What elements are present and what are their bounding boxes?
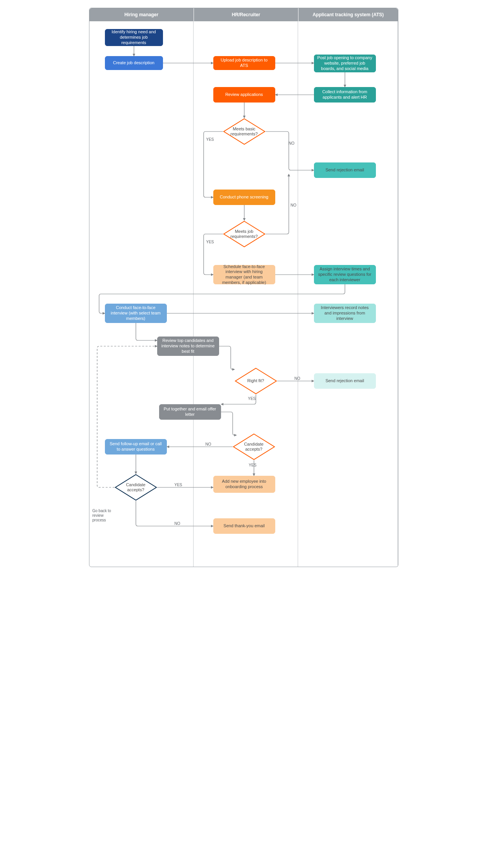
node-collect-info: Collect information from applicants and …: [314, 87, 376, 103]
decision-basic-req-label: Meets basic requirements?: [223, 126, 266, 137]
label-yes: YES: [206, 137, 214, 142]
label-yes-2: YES: [206, 240, 214, 244]
node-rejection-2: Send rejection email: [314, 373, 376, 389]
decision-right-fit: Right fit?: [235, 367, 277, 395]
decision-basic-req: Meets basic requirements?: [223, 118, 266, 145]
lane-ats: [298, 21, 398, 567]
node-schedule-interview: Schedule face-to-face interview with hir…: [213, 265, 275, 284]
node-record-notes: Interviewers record notes and impression…: [314, 304, 376, 323]
node-rejection-1: Send rejection email: [314, 162, 376, 178]
label-yes-4: YES: [249, 463, 257, 467]
node-post-job: Post job opening to company website, pre…: [314, 55, 376, 72]
decision-accept-2: Candidate accepts?: [115, 474, 157, 501]
label-no-3: NO: [295, 376, 300, 381]
header-ats: Applicant tracking system (ATS): [298, 8, 398, 21]
label-no-5: NO: [175, 521, 180, 526]
node-review-candidates: Review top candidates and interview note…: [157, 337, 219, 356]
node-phone-screen: Conduct phone screening: [213, 190, 275, 205]
decision-accept-1: Candidate accepts?: [233, 433, 275, 460]
swimlane-body: Identify hiring need and determines job …: [89, 21, 398, 567]
decision-accept-2-label: Candidate accepts?: [115, 482, 157, 492]
label-goback: Go back to review process: [93, 509, 116, 523]
node-thank-you: Send thank-you email: [213, 518, 275, 534]
label-yes-5: YES: [175, 483, 182, 487]
decision-accept-1-label: Candidate accepts?: [233, 442, 275, 452]
label-yes-3: YES: [248, 396, 256, 401]
node-assign-interview: Assign interview times and specific revi…: [314, 265, 376, 284]
swimlane-headers: Hiring manager HR/Recruiter Applicant tr…: [89, 8, 398, 21]
label-no-2: NO: [291, 203, 297, 207]
decision-job-req: Meets job requirements?: [223, 220, 266, 248]
decision-right-fit-label: Right fit?: [243, 378, 269, 383]
node-review-apps: Review applications: [213, 87, 275, 103]
header-hiring-manager: Hiring manager: [89, 8, 194, 21]
node-upload-ats: Upload job description to ATS: [213, 56, 275, 70]
node-conduct-interview: Conduct face-to-face interview (with sel…: [105, 304, 167, 323]
node-create-jd: Create job description: [105, 56, 163, 70]
node-identify-need: Identify hiring need and determines job …: [105, 29, 163, 46]
node-onboarding: Add new employee into onboarding process: [213, 476, 275, 493]
node-followup: Send follow-up email or call to answer q…: [105, 439, 167, 455]
swimlane-diagram: Hiring manager HR/Recruiter Applicant tr…: [89, 8, 398, 567]
decision-job-req-label: Meets job requirements?: [223, 229, 266, 239]
node-offer-letter: Put together and email offer letter: [159, 404, 221, 420]
label-no: NO: [289, 141, 295, 145]
label-no-4: NO: [206, 442, 211, 446]
header-hr-recruiter: HR/Recruiter: [194, 8, 298, 21]
